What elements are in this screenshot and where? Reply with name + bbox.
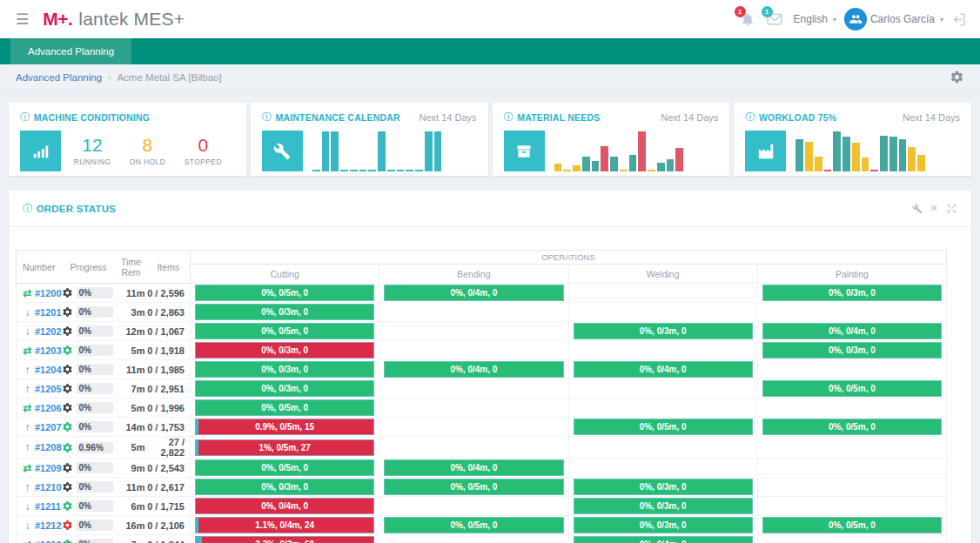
operation-bar-welding[interactable]: 0%, 0/3m, 0	[574, 479, 753, 495]
operation-bar-cutting[interactable]: 1%, 0/5m, 27	[195, 439, 374, 456]
gear-icon[interactable]	[62, 306, 73, 318]
gear-icon[interactable]	[62, 383, 73, 394]
language-selector[interactable]: English ▾	[794, 13, 836, 25]
workload-chart-bar	[917, 155, 925, 171]
operation-bar-painting[interactable]: 0%, 0/3m, 0	[762, 342, 942, 359]
gear-icon[interactable]	[62, 421, 73, 432]
info-icon[interactable]: ⓘ	[504, 111, 514, 124]
operation-bar-welding[interactable]: 0%, 0/3m, 0	[574, 498, 753, 514]
gear-icon[interactable]	[62, 287, 73, 298]
gear-icon[interactable]	[62, 481, 73, 493]
user-name: Carlos García	[870, 13, 935, 25]
info-icon[interactable]: ⓘ	[262, 111, 272, 124]
gear-icon[interactable]	[62, 325, 73, 337]
operation-bar-cutting[interactable]: 0.9%, 0/5m, 15	[195, 419, 374, 435]
operation-bar-cutting[interactable]: 0%, 0/3m, 0	[195, 304, 374, 320]
operation-bar-welding[interactable]: 0%, 0/3m, 0	[574, 517, 753, 533]
operation-bar-bending[interactable]: 0%, 0/4m, 0	[384, 459, 563, 476]
operation-bar-bending[interactable]: 0%, 0/5m, 0	[384, 479, 563, 495]
workload-chart-bar	[862, 158, 869, 171]
breadcrumb-separator: ›	[108, 72, 111, 82]
info-icon[interactable]: ⓘ	[23, 202, 33, 215]
operation-bar-label: 0%, 0/4m, 0	[450, 463, 497, 473]
gear-icon[interactable]	[62, 500, 73, 512]
time-remaining: 16m	[116, 516, 147, 535]
gear-icon[interactable]	[62, 402, 73, 413]
user-menu[interactable]: Carlos García ▾	[844, 8, 943, 30]
operation-progress-fill	[196, 537, 202, 543]
order-number-link[interactable]: #1210	[35, 482, 62, 493]
gear-icon[interactable]	[62, 462, 73, 473]
operation-bar-cutting[interactable]: 0%, 0/5m, 0	[195, 285, 374, 301]
material-chart-bar	[610, 157, 618, 171]
gear-icon[interactable]	[62, 520, 73, 531]
operation-bar-welding[interactable]: 0%, 0/5m, 0	[574, 419, 753, 435]
widget-title: ⓘ WORKLOAD 75%	[745, 111, 836, 124]
maintenance-chart-bar	[331, 131, 339, 171]
operation-bar-cutting[interactable]: 3.3%, 0/3m, 60	[195, 536, 374, 543]
operation-bar-cutting[interactable]: 0%, 0/5m, 0	[195, 323, 374, 339]
operation-bar-cutting[interactable]: 0%, 0/5m, 0	[195, 459, 374, 476]
operation-bar-cutting[interactable]: 0%, 0/3m, 0	[195, 342, 374, 359]
operation-bar-welding[interactable]: 0%, 0/4m, 0	[574, 536, 753, 543]
operation-bar-bending[interactable]: 0%, 0/4m, 0	[384, 361, 563, 378]
col-header-number: Number	[17, 251, 62, 284]
progress-bar: 0%	[77, 364, 113, 375]
operation-bar-bending[interactable]: 0%, 0/5m, 0	[384, 517, 563, 533]
panel-expand-button[interactable]	[946, 203, 957, 214]
machine-icon-tile	[20, 131, 61, 171]
order-number-link[interactable]: #1211	[35, 501, 61, 512]
order-number-link[interactable]: #1205	[35, 384, 62, 394]
operation-bar-cutting[interactable]: 0%, 0/3m, 0	[195, 380, 374, 397]
operation-bar-cutting[interactable]: 0%, 0/5m, 0	[195, 399, 374, 416]
panel-close-button[interactable]: ✕	[930, 203, 938, 214]
operation-bar-cutting[interactable]: 1.1%, 0/4m, 24	[195, 517, 374, 533]
tab-advanced-planning[interactable]: Advanced Planning	[10, 38, 131, 64]
order-number-link[interactable]: #1201	[35, 307, 62, 318]
notifications-button[interactable]: 1	[740, 10, 759, 28]
order-number-link[interactable]: #1209	[35, 463, 62, 473]
panel-configure-button[interactable]	[912, 204, 923, 214]
info-icon[interactable]: ⓘ	[745, 111, 755, 124]
gear-icon[interactable]	[62, 345, 73, 356]
breadcrumb-parent-link[interactable]: Advanced Planning	[16, 72, 102, 83]
stat-stopped: 0 STOPPED	[185, 136, 222, 166]
order-number-link[interactable]: #1207	[35, 422, 62, 432]
operation-bar-welding[interactable]: 0%, 0/3m, 0	[574, 323, 753, 339]
gear-icon[interactable]	[62, 539, 73, 543]
operation-bar-welding[interactable]: 0%, 0/4m, 0	[574, 361, 753, 378]
order-number-link[interactable]: #1213	[35, 540, 62, 543]
progress-value: 0%	[77, 288, 91, 298]
order-number-link[interactable]: #1206	[35, 403, 62, 413]
order-number-link[interactable]: #1200	[35, 288, 62, 298]
hamburger-menu-icon[interactable]: ☰	[16, 10, 29, 29]
messages-button[interactable]: 1	[767, 10, 786, 28]
operation-bar-label: 0%, 0/4m, 0	[640, 540, 687, 543]
settings-button[interactable]	[950, 70, 964, 84]
operation-bar-cutting[interactable]: 0%, 0/3m, 0	[195, 479, 374, 495]
order-number-link[interactable]: #1202	[35, 326, 62, 337]
order-number-link[interactable]: #1204	[35, 365, 62, 375]
operation-bar-painting[interactable]: 0%, 0/3m, 0	[762, 285, 942, 301]
operation-bar-painting[interactable]: 0%, 0/5m, 0	[762, 380, 942, 397]
order-number-link[interactable]: #1208	[35, 442, 62, 452]
progress-bar: 0.96%	[77, 442, 113, 453]
info-icon[interactable]: ⓘ	[20, 111, 30, 124]
order-number-link[interactable]: #1212	[35, 520, 62, 531]
progress-value: 0%	[77, 403, 91, 412]
logout-button[interactable]	[951, 12, 966, 27]
operation-bar-bending[interactable]: 0%, 0/4m, 0	[384, 285, 563, 301]
operation-bar-cutting[interactable]: 0%, 0/3m, 0	[195, 361, 374, 378]
progress-bar: 0%	[77, 345, 113, 356]
operation-bar-painting[interactable]: 0%, 0/5m, 0	[762, 517, 942, 533]
operation-bar-painting[interactable]: 0%, 0/4m, 0	[762, 323, 942, 339]
operation-bar-label: 0%, 0/3m, 0	[261, 345, 308, 355]
order-number-link[interactable]: #1203	[35, 345, 62, 356]
workload-chart-bar	[880, 136, 888, 171]
operation-bar-painting[interactable]: 0%, 0/5m, 0	[762, 419, 942, 435]
operation-bar-cutting[interactable]: 0%, 0/4m, 0	[195, 498, 374, 514]
gear-icon[interactable]	[62, 442, 73, 453]
operation-bar-label: 0%, 0/5m, 0	[261, 463, 308, 473]
gear-icon[interactable]	[62, 364, 73, 375]
maintenance-chart-bar	[425, 131, 433, 171]
